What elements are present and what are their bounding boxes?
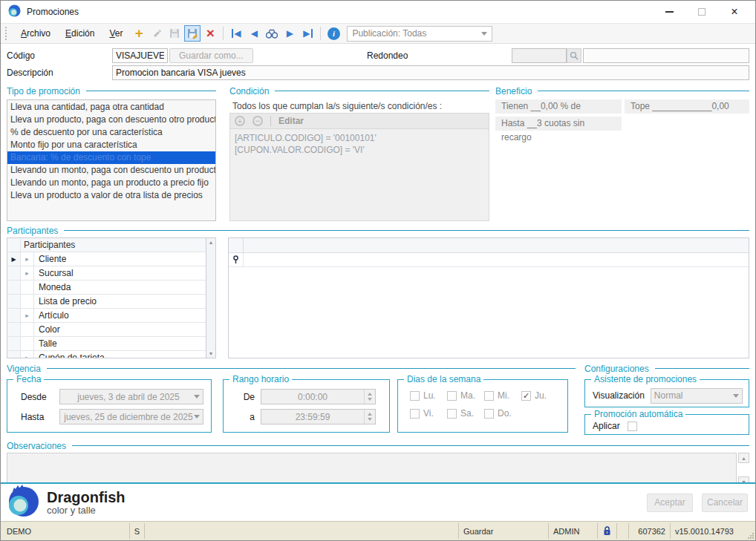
guardar-como-button[interactable]: Guardar como... — [169, 48, 253, 63]
aceptar-button[interactable]: Aceptar — [647, 494, 693, 512]
condition-rule[interactable]: [CUPON.VALOR.CODIGO] = 'VI' — [235, 144, 484, 156]
cancelar-button[interactable]: Cancelar — [702, 494, 748, 512]
day-viernes[interactable]: Vi. — [410, 408, 447, 419]
maximize-button[interactable] — [685, 2, 718, 22]
a-label: a — [231, 412, 261, 422]
day-sabado[interactable]: Sa. — [447, 408, 484, 419]
list-item[interactable]: Llevando un monto, paga un producto a pr… — [7, 177, 215, 189]
day-lunes[interactable]: Lu. — [410, 390, 447, 401]
search-button[interactable] — [264, 25, 280, 42]
participantes-header-row: Participantes — [7, 238, 206, 252]
checkbox-icon[interactable] — [410, 391, 420, 401]
row-marker-icon: ▶ — [7, 252, 21, 266]
list-item-selected[interactable]: Bancaria: % de descuento con tope — [7, 151, 215, 164]
observaciones-scrollbar[interactable]: ▲ ▼ — [738, 453, 749, 482]
table-row[interactable]: ▸ Cupón de tarjeta — [7, 351, 206, 358]
descripcion-input[interactable] — [112, 65, 749, 80]
nav-last-button[interactable]: ▶ — [299, 25, 316, 42]
resize-grip[interactable] — [745, 523, 754, 539]
list-item[interactable]: Monto fijo por una característica — [7, 139, 215, 151]
list-item[interactable]: Lleva una cantidad, paga otra cantidad — [7, 101, 215, 114]
day-miercoles[interactable]: Mi. — [484, 390, 521, 401]
table-row[interactable]: ▸ Artículo — [7, 309, 206, 323]
add-condition-button[interactable]: + — [235, 116, 245, 126]
brand-tagline: color y talle — [47, 505, 126, 516]
menu-edicion[interactable]: Edición — [58, 25, 102, 42]
day-martes[interactable]: Ma. — [447, 390, 484, 401]
beneficio-descuento-field[interactable]: Tienen __0,00 % de descuento — [495, 99, 622, 114]
promociones-window: Promociones × Archivo Edición Ver + × ◀ … — [0, 0, 756, 541]
redondeo-input[interactable] — [512, 48, 567, 63]
participantes-scrollbar[interactable]: ▲ ▼ — [206, 238, 215, 358]
codigo-input[interactable] — [112, 48, 168, 63]
filter-pin-icon — [232, 255, 239, 264]
scroll-up-icon[interactable]: ▲ — [738, 453, 749, 463]
edit-button[interactable] — [149, 25, 165, 42]
promocion-automatica-box: Promoción automática Aplicar — [584, 414, 749, 435]
checkbox-icon[interactable] — [447, 391, 457, 401]
table-row[interactable]: Talle — [7, 337, 206, 351]
save-button[interactable] — [166, 25, 183, 42]
menu-archivo[interactable]: Archivo — [13, 25, 58, 42]
hora-desde-spinner[interactable]: 0:00:00 — [261, 389, 376, 404]
condition-rule[interactable]: [ARTICULO.CODIGO] = '00100101' — [235, 132, 484, 144]
hasta-datepicker[interactable]: jueves, 25 de diciembre de 2025 — [59, 409, 203, 424]
table-row[interactable]: Moneda — [7, 281, 206, 295]
checkbox-icon[interactable] — [447, 409, 457, 419]
participantes-detail-grid — [228, 237, 749, 358]
day-jueves[interactable]: ✓Ju. — [521, 390, 558, 401]
list-item[interactable]: Lleva un producto, paga con descuento ot… — [7, 114, 215, 126]
expand-icon[interactable]: ▸ — [21, 266, 34, 280]
toolbar-grip[interactable] — [5, 27, 9, 40]
scroll-down-icon[interactable]: ▼ — [738, 476, 749, 482]
beneficio-cuotas-field[interactable]: Hasta __3 cuotas sin recargo — [495, 117, 622, 131]
list-item[interactable]: % de descuento por una característica — [7, 126, 215, 139]
editar-button[interactable]: Editar — [278, 116, 304, 126]
table-row[interactable]: Lista de precio — [7, 295, 206, 309]
checkbox-icon[interactable] — [484, 391, 494, 401]
nav-prev-button[interactable]: ◀ — [246, 25, 262, 42]
nav-first-button[interactable]: ◀ — [228, 25, 244, 42]
checkbox-icon[interactable] — [484, 409, 494, 419]
redondeo-search-button[interactable] — [567, 48, 581, 63]
table-row[interactable]: ▸ Sucursal — [7, 266, 206, 281]
menu-ver[interactable]: Ver — [102, 25, 130, 42]
scroll-down-icon[interactable]: ▼ — [209, 351, 214, 356]
desde-datepicker[interactable]: jueves, 3 de abril de 2025 — [59, 389, 203, 404]
nav-next-button[interactable]: ▶ — [281, 25, 298, 42]
visualizacion-dropdown[interactable]: Normal — [651, 388, 743, 404]
minimize-button[interactable] — [653, 2, 685, 22]
expand-icon[interactable]: ▸ — [21, 309, 34, 322]
detail-grid-filter-row[interactable] — [229, 253, 749, 267]
list-item[interactable]: Llevando un monto, paga con descuento un… — [7, 164, 215, 177]
expand-icon[interactable]: ▸ — [21, 252, 34, 266]
spinner-buttons[interactable] — [364, 390, 375, 404]
table-row[interactable]: Color — [7, 323, 206, 337]
condicion-title: Condición — [229, 85, 489, 96]
delete-icon: × — [206, 27, 215, 39]
checkbox-icon[interactable] — [410, 409, 420, 419]
remove-condition-button[interactable]: − — [252, 116, 263, 126]
day-domingo[interactable]: Do. — [484, 408, 521, 419]
list-item[interactable]: Lleva un producto a valor de otra lista … — [7, 189, 215, 202]
close-button[interactable]: × — [718, 2, 751, 22]
status-number: 607362 — [629, 523, 671, 539]
table-row[interactable]: ▶ ▸ Cliente — [7, 252, 206, 266]
expand-icon[interactable]: ▸ — [21, 351, 34, 358]
publicacion-dropdown[interactable]: Publicación: Todas — [347, 26, 492, 42]
beneficio-tope-field[interactable]: Tope ____________0,00 — [625, 99, 749, 114]
scroll-up-icon[interactable]: ▲ — [209, 240, 214, 245]
delete-button[interactable]: × — [202, 25, 218, 42]
checkbox-checked-icon[interactable]: ✓ — [521, 391, 531, 401]
aplicar-checkbox[interactable] — [628, 422, 637, 431]
save-edit-button[interactable] — [184, 25, 201, 42]
fecha-title: Fecha — [13, 374, 44, 384]
redondeo-descripcion-input[interactable] — [583, 48, 749, 63]
info-button[interactable]: i — [325, 25, 342, 42]
spinner-buttons[interactable] — [364, 410, 375, 424]
observaciones-textarea[interactable] — [7, 453, 737, 482]
condicion-toolbar: + − Editar — [229, 113, 489, 128]
plus-icon: + — [135, 27, 143, 39]
add-button[interactable]: + — [131, 25, 147, 42]
hora-hasta-spinner[interactable]: 23:59:59 — [261, 409, 376, 424]
